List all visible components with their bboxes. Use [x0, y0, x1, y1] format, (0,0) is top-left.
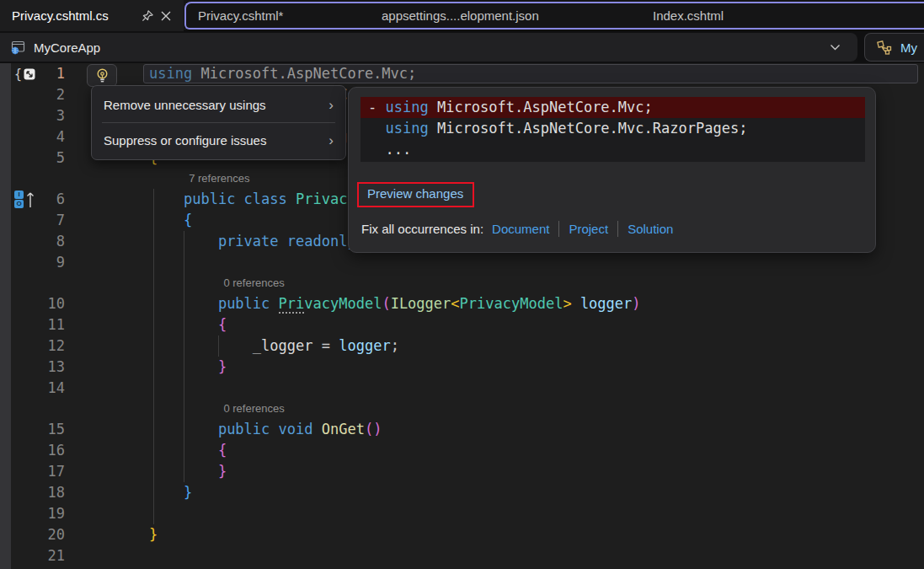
codelens-references-link[interactable]: 0 references — [11, 399, 924, 419]
chevron-down-icon[interactable] — [830, 44, 841, 51]
code-text: { — [68, 440, 924, 461]
chevron-right-icon: › — [328, 97, 334, 114]
code-line: 15 public void OnGet() — [11, 419, 924, 440]
gutter: {1 — [11, 63, 68, 84]
code-text — [68, 503, 924, 524]
gutter: 20 — [11, 524, 68, 545]
token — [149, 421, 218, 437]
token — [149, 212, 184, 228]
line-number: 20 — [41, 524, 68, 545]
gutter: 11 — [11, 314, 68, 335]
token: Pri — [279, 295, 305, 314]
code-text: } — [68, 524, 924, 545]
menu-item-suppress-or-configure-issues[interactable]: Suppress or configure issues› — [92, 125, 345, 156]
token: logger — [339, 337, 390, 354]
token: PrivacyModel — [460, 295, 563, 312]
fix-preview-popup: - using Microsoft.AspNetCore.Mvc; using … — [348, 87, 876, 253]
lightbulb-icon[interactable] — [87, 64, 117, 87]
inheritance-icon[interactable]: IO — [11, 191, 41, 208]
code-editor[interactable]: {1using Microsoft.AspNetCore.Mvc;2using … — [0, 63, 924, 569]
project-name: MyCoreApp — [34, 40, 100, 55]
token: ... — [368, 141, 411, 158]
token: { — [218, 442, 227, 459]
preview-changes-link[interactable]: Preview changes — [367, 186, 463, 201]
gutter: 21 — [11, 545, 68, 566]
code-line: 16 { — [11, 440, 924, 461]
quick-actions-menu: Remove unnecessary usings›Suppress or co… — [91, 85, 346, 160]
token: ILogger — [391, 295, 451, 312]
tab-privacy-cshtml-[interactable]: Privacy.cshtml* — [186, 3, 370, 28]
tab-index-cshtml[interactable]: Index.cshtml — [641, 3, 924, 28]
token: vacyModel — [304, 295, 382, 312]
member-name: My — [900, 40, 917, 55]
gutter: 7 — [11, 210, 68, 231]
gutter: 8 — [11, 231, 68, 252]
token: ) — [632, 295, 640, 312]
fix-scope-project[interactable]: Project — [569, 222, 608, 236]
code-line: 21 — [11, 545, 924, 566]
member-dropdown[interactable]: My — [864, 33, 924, 62]
vs-window: Privacy.cshtml.cs Privacy.cshtml*appsett… — [0, 0, 924, 569]
token: } — [149, 526, 158, 543]
fix-scope-document[interactable]: Document — [492, 222, 549, 236]
gutter: 10 — [11, 293, 68, 314]
token: ( — [365, 421, 373, 437]
code-line: 9 — [11, 252, 924, 273]
code-line: {1using Microsoft.AspNetCore.Mvc; — [11, 63, 924, 84]
token: { — [218, 316, 227, 333]
code-text: using Microsoft.AspNetCore.Mvc; — [68, 63, 924, 84]
token: { — [184, 212, 192, 228]
fix-all-label: Fix all occurrences in: — [361, 222, 483, 236]
code-line: 19 — [11, 503, 924, 524]
line-number: 16 — [41, 440, 68, 461]
line-number: 10 — [41, 293, 68, 314]
token — [149, 484, 184, 501]
gutter: IO6 — [11, 189, 68, 210]
fix-scopes: DocumentProjectSolution — [492, 221, 673, 237]
line-number: 12 — [41, 335, 68, 357]
brace-navigate-icon[interactable]: { — [11, 67, 41, 82]
token: } — [184, 484, 192, 501]
line-number: 8 — [41, 231, 68, 252]
menu-item-remove-unnecessary-usings[interactable]: Remove unnecessary usings› — [92, 89, 345, 121]
tab-privacy-cshtml-cs[interactable]: Privacy.cshtml.cs — [0, 0, 184, 31]
project-dropdown[interactable]: MyCoreApp — [0, 33, 857, 62]
tab-group: Privacy.cshtml*appsettings....elopment.j… — [184, 2, 924, 30]
code-line: 13 } — [11, 357, 924, 378]
line-number: 2 — [41, 84, 68, 105]
gutter: 15 — [11, 419, 68, 440]
token — [149, 316, 218, 333]
menu-item-label: Remove unnecessary usings — [104, 98, 328, 112]
pin-icon[interactable] — [138, 7, 157, 25]
tab-appsettings-elopment-json[interactable]: appsettings....elopment.json — [370, 3, 641, 28]
close-icon[interactable] — [157, 7, 175, 25]
fix-scope-solution[interactable]: Solution — [628, 222, 673, 236]
token: Microsoft.AspNetCore.Mvc; — [437, 99, 653, 115]
token: class — [244, 191, 296, 207]
token: } — [218, 358, 227, 375]
diff-line: ... — [361, 139, 865, 160]
token — [149, 337, 253, 354]
annotation-red-box: Preview changes — [357, 182, 474, 207]
token: Microsoft.AspNetCore.Mvc; — [200, 65, 416, 82]
token: public — [218, 421, 279, 437]
fix-all-row: Fix all occurrences in: DocumentProjectS… — [361, 221, 673, 237]
gutter: 9 — [11, 252, 68, 273]
line-number: 18 — [41, 482, 68, 503]
code-line: 17 } — [11, 461, 924, 482]
code-text — [68, 378, 924, 399]
line-number: 14 — [41, 378, 68, 399]
web-app-icon — [10, 40, 26, 56]
token: public — [218, 295, 279, 312]
code-text: } — [68, 482, 924, 503]
token: _logger — [253, 337, 313, 354]
token: void — [279, 421, 322, 437]
code-line: 20} — [11, 524, 924, 545]
line-number: 19 — [41, 503, 68, 524]
token: = — [312, 337, 339, 354]
editor-margin-strip — [0, 63, 11, 569]
token — [368, 120, 385, 137]
code-line: 11 { — [11, 314, 924, 335]
token — [149, 442, 218, 459]
codelens-references-link[interactable]: 0 references — [11, 273, 924, 293]
